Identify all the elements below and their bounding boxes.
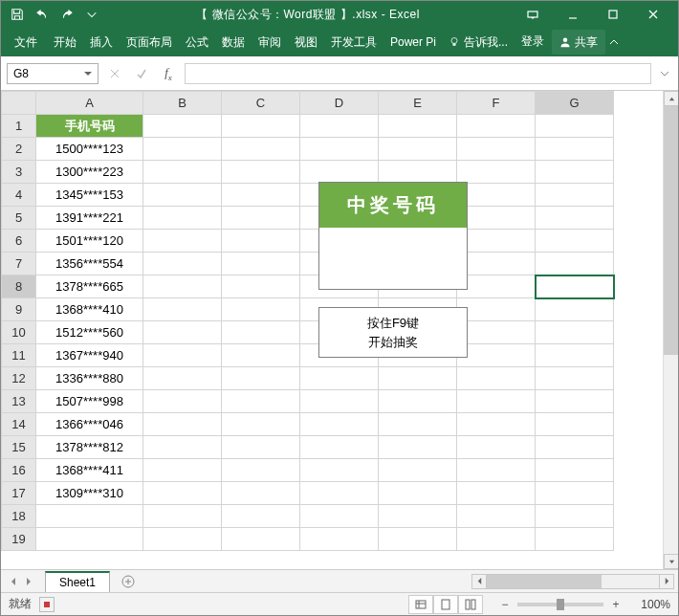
horizontal-scrollbar[interactable] xyxy=(139,574,678,589)
next-sheet-icon[interactable] xyxy=(22,575,35,588)
hscroll-thumb[interactable] xyxy=(487,575,602,588)
row-header[interactable]: 8 xyxy=(2,275,36,298)
insert-function-icon[interactable]: fx xyxy=(158,63,179,84)
scroll-left-icon[interactable] xyxy=(471,574,487,589)
tell-me-box[interactable]: 告诉我... xyxy=(443,28,514,56)
share-button[interactable]: 共享 xyxy=(552,30,605,55)
row-header[interactable]: 5 xyxy=(2,207,36,230)
zoom-slider[interactable] xyxy=(517,603,603,606)
row-header[interactable]: 2 xyxy=(2,138,36,161)
signin-link[interactable]: 登录 xyxy=(514,28,552,56)
page-break-view-icon[interactable] xyxy=(458,595,483,614)
cell-A2[interactable]: 1500****123 xyxy=(36,138,143,161)
zoom-in-icon[interactable]: + xyxy=(609,598,623,611)
row-header[interactable]: 18 xyxy=(2,505,36,528)
scroll-up-icon[interactable] xyxy=(664,91,678,106)
row-header[interactable]: 1 xyxy=(2,115,36,138)
row-header[interactable]: 16 xyxy=(2,459,36,482)
row-header[interactable]: 7 xyxy=(2,253,36,275)
tab-file[interactable]: 文件 xyxy=(5,28,47,56)
row-header[interactable]: 6 xyxy=(2,230,36,253)
sheet-tab-active[interactable]: Sheet1 xyxy=(45,571,110,592)
row-header[interactable]: 14 xyxy=(2,413,36,436)
cell-A17[interactable]: 1309****310 xyxy=(36,482,143,505)
tab-powerpivot[interactable]: Power Pi xyxy=(383,28,443,56)
cancel-formula-icon[interactable] xyxy=(104,63,125,84)
cell-A7[interactable]: 1356****554 xyxy=(36,253,143,275)
prize-box[interactable]: 中奖号码 xyxy=(318,182,468,290)
cell-A1[interactable]: 手机号码 xyxy=(36,115,143,138)
tab-data[interactable]: 数据 xyxy=(215,28,252,56)
select-all-cell[interactable] xyxy=(2,92,36,115)
row-header[interactable]: 11 xyxy=(2,344,36,367)
tab-developer[interactable]: 开发工具 xyxy=(324,28,383,56)
cell-G8-active[interactable] xyxy=(536,275,614,298)
cell-A13[interactable]: 1507****998 xyxy=(36,390,143,413)
share-label: 共享 xyxy=(575,34,598,51)
spreadsheet-grid[interactable]: A B C D E F G 1手机号码 21500****123 31300**… xyxy=(1,91,614,551)
cell-A14[interactable]: 1366****046 xyxy=(36,413,143,436)
titlebar: 【 微信公众号：Word联盟 】.xlsx - Excel xyxy=(1,1,678,28)
col-header-F[interactable]: F xyxy=(457,92,536,115)
ribbon-options-icon[interactable] xyxy=(514,1,552,28)
undo-icon[interactable] xyxy=(32,4,53,25)
col-header-B[interactable]: B xyxy=(143,92,222,115)
col-header-C[interactable]: C xyxy=(222,92,300,115)
save-icon[interactable] xyxy=(7,4,28,25)
scroll-right-icon[interactable] xyxy=(659,574,674,589)
instruction-box[interactable]: 按住F9键 开始抽奖 xyxy=(318,307,468,358)
prize-header: 中奖号码 xyxy=(319,183,467,228)
row-header[interactable]: 17 xyxy=(2,482,36,505)
cell-A4[interactable]: 1345****153 xyxy=(36,184,143,207)
scroll-thumb[interactable] xyxy=(664,106,678,355)
cell-A10[interactable]: 1512****560 xyxy=(36,321,143,344)
cell-A12[interactable]: 1336****880 xyxy=(36,367,143,390)
enter-formula-icon[interactable] xyxy=(131,63,152,84)
cell-A8[interactable]: 1378****665 xyxy=(36,275,143,298)
cell-A5[interactable]: 1391****221 xyxy=(36,207,143,230)
tab-review[interactable]: 审阅 xyxy=(252,28,288,56)
cell-A15[interactable]: 1378****812 xyxy=(36,436,143,459)
redo-icon[interactable] xyxy=(56,4,77,25)
cell-A16[interactable]: 1368****411 xyxy=(36,459,143,482)
cell-A9[interactable]: 1368****410 xyxy=(36,298,143,321)
tab-home[interactable]: 开始 xyxy=(47,28,83,56)
tab-view[interactable]: 视图 xyxy=(288,28,324,56)
normal-view-icon[interactable] xyxy=(408,595,433,614)
formula-bar[interactable] xyxy=(185,63,651,84)
expand-formula-bar-icon[interactable] xyxy=(657,63,672,84)
vertical-scrollbar[interactable] xyxy=(663,91,678,569)
tab-pagelayout[interactable]: 页面布局 xyxy=(120,28,179,56)
col-header-A[interactable]: A xyxy=(36,92,143,115)
zoom-out-icon[interactable]: − xyxy=(498,598,512,611)
maximize-button[interactable] xyxy=(594,1,632,28)
scroll-down-icon[interactable] xyxy=(664,554,678,569)
close-button[interactable] xyxy=(634,1,672,28)
col-header-D[interactable]: D xyxy=(300,92,379,115)
bulb-icon xyxy=(449,36,460,48)
collapse-ribbon-icon[interactable] xyxy=(605,28,623,56)
row-header[interactable]: 13 xyxy=(2,390,36,413)
tab-insert[interactable]: 插入 xyxy=(83,28,120,56)
add-sheet-icon[interactable] xyxy=(118,571,139,592)
row-header[interactable]: 9 xyxy=(2,298,36,321)
macro-record-icon[interactable] xyxy=(39,597,55,612)
row-header[interactable]: 15 xyxy=(2,436,36,459)
row-header[interactable]: 10 xyxy=(2,321,36,344)
col-header-G[interactable]: G xyxy=(536,92,614,115)
row-header[interactable]: 19 xyxy=(2,528,36,551)
cell-A3[interactable]: 1300****223 xyxy=(36,161,143,184)
tab-formulas[interactable]: 公式 xyxy=(179,28,215,56)
row-header[interactable]: 3 xyxy=(2,161,36,184)
prev-sheet-icon[interactable] xyxy=(7,575,20,588)
col-header-E[interactable]: E xyxy=(379,92,457,115)
row-header[interactable]: 4 xyxy=(2,184,36,207)
cell-A11[interactable]: 1367****940 xyxy=(36,344,143,367)
minimize-button[interactable] xyxy=(554,1,592,28)
zoom-percent[interactable]: 100% xyxy=(628,598,670,611)
name-box[interactable]: G8 xyxy=(7,63,99,84)
page-layout-view-icon[interactable] xyxy=(433,595,458,614)
row-header[interactable]: 12 xyxy=(2,367,36,390)
cell-A6[interactable]: 1501****120 xyxy=(36,230,143,253)
qat-customize-icon[interactable] xyxy=(81,4,102,25)
